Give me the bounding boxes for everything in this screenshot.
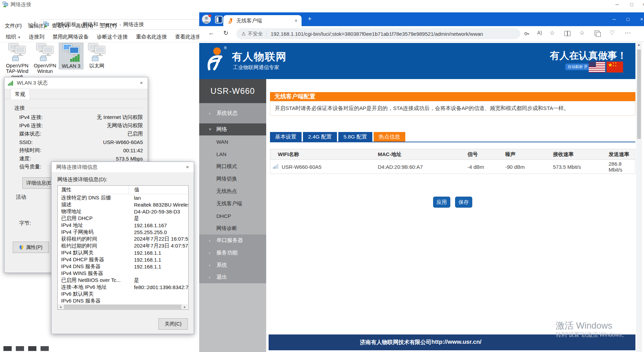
- browser-refresh-icon[interactable]: ↻: [223, 29, 228, 37]
- divider: [267, 31, 267, 36]
- scroll-right-icon[interactable]: ▸: [182, 305, 188, 309]
- details-table[interactable]: 属性 值 连接特定的 DNS 后缀lan 描述Realtek 8832BU Wi…: [57, 185, 189, 310]
- taskbar-icon[interactable]: [41, 346, 49, 351]
- detail-row: 已启用 NetBIOS over Tc...是: [58, 277, 188, 284]
- network-adapter-icon: [35, 43, 55, 62]
- favorites-hub-icon[interactable]: ☆: [579, 29, 585, 36]
- taskbar-icon[interactable]: [16, 346, 24, 351]
- sidebar-item-logout[interactable]: › 退出: [199, 271, 266, 283]
- dialog-close-icon[interactable]: ×: [140, 80, 143, 86]
- tab-basic-settings[interactable]: 基本设置: [270, 132, 302, 142]
- sidebar-item-services[interactable]: › 服务功能: [199, 246, 266, 259]
- edge-close-button[interactable]: ×: [635, 12, 644, 26]
- section-activity: 活动: [16, 194, 26, 200]
- china-flag-icon[interactable]: ★ ★ ★ ★ ★: [607, 62, 623, 73]
- address-bar[interactable]: ⚠ 不安全 192.168.1.101/cgi-bin/luci/;stok=3…: [236, 28, 520, 39]
- explorer-close-button[interactable]: ×: [638, 0, 644, 9]
- scroll-left-icon[interactable]: ◂: [58, 305, 63, 309]
- explorer-minimize-button[interactable]: ─: [611, 0, 623, 9]
- sidebar-item-serial-server[interactable]: › 串口服务器: [199, 234, 266, 246]
- workspaces-icon[interactable]: [215, 16, 223, 23]
- collections-icon[interactable]: [595, 31, 599, 35]
- rename-connection-button[interactable]: 重命名此连接: [136, 34, 167, 40]
- brand-name: 有人物联网: [232, 50, 287, 64]
- taskbar-icon[interactable]: [3, 346, 12, 351]
- sidebar-item-wireless-client[interactable]: 无线客户端: [199, 197, 266, 210]
- menu-edit[interactable]: 编辑(E): [28, 23, 45, 29]
- footer-site-link[interactable]: http://www.usr.cn/: [431, 339, 482, 345]
- sidebar-item-network-switch[interactable]: 网络切换: [199, 173, 266, 185]
- sidebar-item-lan[interactable]: LAN: [199, 148, 266, 160]
- table-row[interactable]: USR-W660-60A5 D4:AD:20:9B:60:A7 -4 dBm -…: [270, 160, 635, 174]
- dialog-title: 网络连接详细信息: [56, 164, 98, 170]
- content-title-bar: 无线客户端配置: [270, 92, 635, 101]
- explorer-maximize-button[interactable]: □: [626, 0, 637, 9]
- notice-box: 开启STA时请务必保证本设备对应的AP是开启的，STA连接成功后，会将本设备AP…: [270, 101, 635, 116]
- scroll-up-icon[interactable]: ▲: [637, 43, 641, 46]
- favorite-star-icon[interactable]: ☆: [550, 29, 555, 36]
- taskbar-fragment: [0, 345, 58, 352]
- split-screen-icon[interactable]: [564, 31, 570, 36]
- bytes-label: 字节:: [19, 220, 31, 227]
- horizontal-scrollbar[interactable]: ◂ ▸: [58, 304, 188, 309]
- adapter-label: Wintun: [31, 68, 59, 74]
- diagnose-connection-button[interactable]: 诊断这个连接: [97, 34, 128, 40]
- sidebar: USR-W660 › 系统状态 ˅ 网络 WAN LAN 网口模式 网络切换 无…: [199, 79, 266, 352]
- registered-mark: ®: [224, 46, 227, 50]
- sidebar-item-system[interactable]: › 系统: [199, 259, 266, 271]
- sidebar-item-dhcp[interactable]: DHCP: [199, 210, 266, 222]
- properties-button[interactable]: 属性(P): [13, 242, 49, 253]
- page-scrollbar[interactable]: ▲: [636, 41, 642, 352]
- adapter-wlan3-selected[interactable]: WLAN 3: [59, 43, 83, 69]
- connect-to-button[interactable]: 连接到: [29, 34, 44, 40]
- read-aloud-icon[interactable]: A): [537, 30, 542, 35]
- scrollbar-thumb[interactable]: [637, 50, 641, 139]
- sidebar-item-wan[interactable]: WAN: [199, 135, 266, 148]
- profile-avatar[interactable]: [202, 15, 211, 24]
- disable-device-button[interactable]: 禁用此网络设备: [53, 34, 89, 40]
- adapter-openvpn-wintun[interactable]: OpenVPN Wintun: [31, 43, 59, 74]
- detail-row: IPv4 地址192.168.1.167: [58, 222, 188, 229]
- tab-close-icon[interactable]: ×: [295, 18, 297, 23]
- tab-5-8g-config[interactable]: 5.8G 配置: [338, 132, 372, 142]
- sidebar-item-network-diagnosis[interactable]: 网络诊断: [199, 222, 266, 234]
- menu-tools[interactable]: 工具(T): [100, 23, 116, 29]
- chevron-down-icon: ˅: [209, 127, 216, 132]
- menu-file[interactable]: 文件(F): [5, 23, 22, 29]
- apply-button[interactable]: 应用: [433, 197, 450, 208]
- organize-button[interactable]: 组织 ▼: [6, 34, 21, 40]
- menu-advanced[interactable]: 高级(N): [76, 23, 93, 29]
- sidebar-item-wireless-ap[interactable]: 无线热点: [199, 185, 266, 197]
- save-button[interactable]: 保存: [455, 197, 472, 208]
- password-key-icon[interactable]: [524, 31, 530, 37]
- edge-minimize-button[interactable]: ─: [608, 12, 621, 26]
- tab-general[interactable]: 常规: [10, 89, 30, 99]
- us-flag-icon[interactable]: [589, 62, 605, 73]
- sidebar-item-port-mode[interactable]: 网口模式: [199, 160, 266, 173]
- new-tab-button[interactable]: +: [308, 15, 312, 23]
- browser-essentials-icon[interactable]: ♡: [610, 29, 615, 36]
- sidebar-item-system-status[interactable]: › 系统状态: [199, 103, 266, 123]
- scrollbar-thumb[interactable]: [64, 305, 181, 309]
- taskbar-icon[interactable]: [28, 346, 36, 351]
- col-value: 值: [129, 187, 188, 193]
- close-dialog-button[interactable]: 关闭(C): [158, 318, 188, 330]
- adapter-openvpn-tap[interactable]: OpenVPN TAP-Wind ows6: [3, 43, 31, 79]
- dialog-titlebar[interactable]: WLAN 3 状态 ×: [4, 77, 148, 89]
- auto-refresh-toggle[interactable]: 自动刷新 开: [565, 64, 590, 70]
- dialog-close-icon[interactable]: ×: [186, 164, 189, 170]
- edge-maximize-button[interactable]: □: [621, 12, 634, 26]
- edge-tabstrip: 无线客户端 × + ─ □ ×: [199, 12, 644, 26]
- tab-2-4g-config[interactable]: 2.4G 配置: [303, 132, 337, 142]
- browser-back-icon[interactable]: ←: [208, 29, 215, 37]
- notice-text: 开启STA时请务必保证本设备对应的AP是开启的，STA连接成功后，会将本设备AP…: [275, 105, 569, 112]
- security-label: 不安全: [248, 31, 263, 37]
- dialog-titlebar[interactable]: 网络连接详细信息 ×: [52, 162, 194, 172]
- tab-hotspot-info-active[interactable]: 热点信息: [374, 132, 405, 142]
- browser-tab[interactable]: 无线客户端 ×: [223, 15, 302, 26]
- adapter-label: TAP-Wind: [3, 68, 31, 74]
- menu-view[interactable]: 查看(V): [52, 23, 69, 29]
- more-menu-icon[interactable]: ⋯: [625, 29, 631, 36]
- adapter-ethernet[interactable]: 以太网: [85, 43, 109, 68]
- sidebar-item-network[interactable]: ˅ 网络: [199, 123, 266, 135]
